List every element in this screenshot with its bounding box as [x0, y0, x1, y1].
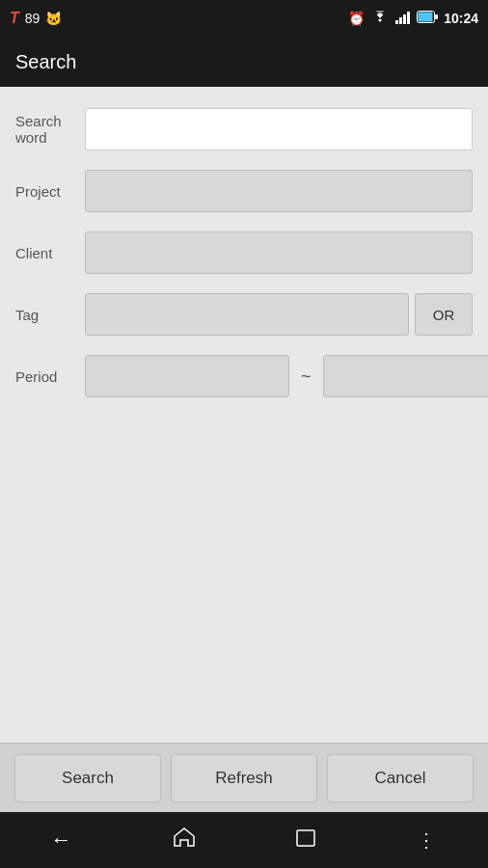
search-word-input[interactable] [85, 108, 473, 150]
back-button[interactable]: ← [32, 818, 92, 862]
tag-control: OR [85, 293, 473, 336]
search-word-control [85, 108, 473, 150]
tag-row: Tag OR [15, 284, 473, 345]
home-button[interactable] [154, 818, 214, 862]
nav-bar: ← ⋮ [0, 812, 488, 868]
period-from-input[interactable] [85, 355, 289, 397]
svg-rect-3 [407, 12, 410, 24]
svg-rect-6 [435, 14, 438, 19]
menu-button[interactable]: ⋮ [397, 819, 457, 861]
action-bar: Search Refresh Cancel [0, 743, 488, 812]
period-label: Period [15, 368, 85, 385]
search-button[interactable]: Search [14, 754, 161, 802]
cat-icon: 🐱 [45, 11, 62, 26]
status-bar: T 89 🐱 ⏰ 10:24 [0, 0, 488, 37]
status-bar-left: T 89 🐱 [10, 10, 62, 27]
main-content: Search word Project Client Tag OR Period… [0, 87, 488, 743]
project-row: Project [15, 160, 473, 222]
svg-rect-0 [395, 20, 398, 24]
project-control [85, 170, 473, 212]
menu-icon: ⋮ [417, 828, 438, 852]
battery-level: 89 [25, 11, 41, 26]
tag-input[interactable] [85, 293, 409, 336]
recent-apps-icon [296, 827, 315, 853]
period-control: ~ [85, 355, 488, 397]
time-display: 10:24 [444, 11, 478, 26]
back-icon: ← [51, 827, 72, 853]
status-bar-right: ⏰ 10:24 [348, 11, 478, 27]
period-to-input[interactable] [323, 355, 488, 397]
period-row: Period ~ [15, 345, 473, 407]
signal-icon [395, 11, 411, 27]
home-icon [174, 827, 195, 853]
refresh-button[interactable]: Refresh [171, 754, 317, 802]
page-title: Search [15, 51, 76, 73]
svg-rect-7 [297, 830, 314, 846]
client-label: Client [15, 245, 85, 261]
cancel-button[interactable]: Cancel [327, 754, 474, 802]
project-label: Project [15, 183, 85, 200]
svg-rect-1 [399, 17, 402, 24]
svg-rect-2 [403, 14, 406, 24]
period-separator: ~ [295, 366, 317, 387]
alarm-icon: ⏰ [348, 11, 365, 26]
battery-icon [417, 11, 438, 26]
search-word-label: Search word [15, 113, 85, 146]
or-button[interactable]: OR [415, 293, 473, 336]
wifi-icon [370, 11, 390, 27]
svg-rect-5 [419, 13, 433, 22]
title-bar: Search [0, 37, 488, 87]
client-row: Client [15, 222, 473, 284]
client-input[interactable] [85, 231, 473, 274]
search-word-row: Search word [15, 98, 473, 160]
project-input[interactable] [85, 170, 473, 212]
client-control [85, 231, 473, 274]
recent-apps-button[interactable] [277, 818, 335, 862]
t-icon: T [10, 10, 19, 27]
tag-label: Tag [15, 307, 85, 323]
